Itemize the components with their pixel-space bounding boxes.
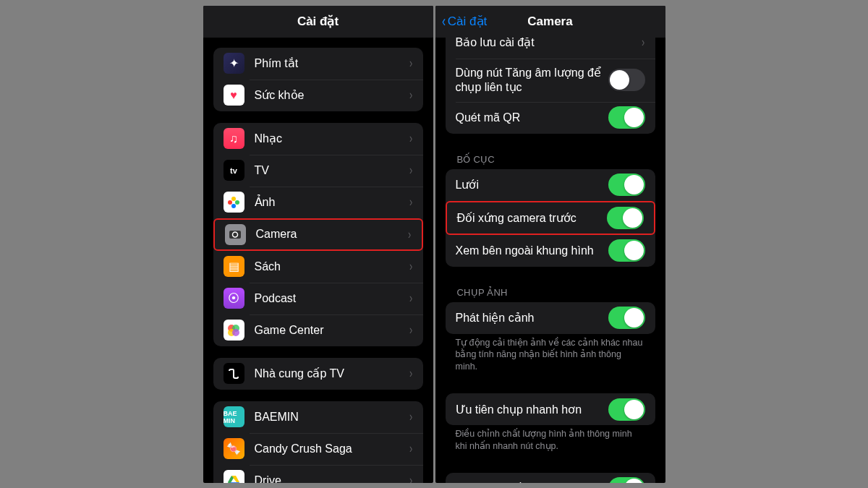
section-description: Tự động cải thiện ảnh về các cảnh khác n…	[435, 334, 665, 382]
row-label: Phát hiện cảnh	[456, 311, 608, 325]
settings-row-gamecenter[interactable]: Game Center›	[213, 314, 423, 346]
svg-point-0	[231, 197, 236, 201]
header-left: Cài đặt	[203, 6, 433, 38]
row-label: Hiệu chỉnh ống kính	[456, 481, 608, 482]
settings-group: BAE MINBAEMIN›🍬Candy Crush Saga›Drive›fF…	[213, 401, 423, 483]
shortcuts-icon: ✦	[224, 53, 244, 74]
settings-row-photos[interactable]: Ảnh›	[213, 187, 423, 218]
content-right[interactable]: Bảo lưu cài đặt›Dùng nút Tăng âm lượng đ…	[435, 38, 665, 483]
chevron-right-icon: ›	[409, 366, 412, 381]
setting-row[interactable]: Bảo lưu cài đặt›	[446, 38, 655, 59]
toggle-switch[interactable]	[608, 69, 645, 91]
chevron-right-icon: ›	[409, 259, 412, 274]
photos-icon	[224, 192, 244, 213]
settings-row-books[interactable]: ▤Sách›	[213, 251, 423, 283]
row-label: Lưới	[456, 178, 608, 192]
chevron-right-icon: ›	[409, 56, 412, 71]
setting-row[interactable]: Phát hiện cảnh	[446, 302, 655, 334]
row-label: Phím tắt	[255, 56, 409, 70]
toggle-switch[interactable]	[607, 207, 644, 229]
setting-row[interactable]: Đối xứng camera trước	[446, 201, 655, 235]
settings-row-music[interactable]: ♫Nhạc›	[213, 123, 423, 155]
toggle-switch[interactable]	[608, 307, 645, 329]
section-header: BỐ CỤC	[435, 150, 665, 169]
chevron-right-icon: ›	[409, 473, 412, 483]
toggle-switch[interactable]	[608, 174, 645, 196]
chevron-right-icon: ›	[407, 227, 410, 242]
row-label: Bảo lưu cài đặt	[456, 38, 641, 50]
row-label: Xem bên ngoài khung hình	[456, 244, 608, 257]
page-title: Cài đặt	[297, 14, 339, 29]
row-label: Podcast	[255, 292, 409, 305]
tv-icon: tv	[224, 160, 244, 181]
row-label: Game Center	[255, 324, 409, 337]
chevron-right-icon: ›	[409, 87, 412, 103]
chevron-right-icon: ›	[409, 291, 412, 306]
row-label: TV	[255, 164, 409, 177]
settings-group: Bảo lưu cài đặt›Dùng nút Tăng âm lượng đ…	[446, 38, 655, 134]
toggle-knob	[610, 70, 629, 90]
setting-row[interactable]: Hiệu chỉnh ống kính	[446, 473, 655, 483]
chevron-right-icon: ›	[409, 322, 412, 338]
row-label: Camera	[256, 228, 407, 241]
row-label: Dùng nút Tăng âm lượng để chụp liên tục	[456, 63, 608, 98]
candy-icon: 🍬	[224, 438, 244, 459]
settings-row-health[interactable]: ♥Sức khỏe›	[213, 80, 423, 111]
setting-row[interactable]: Xem bên ngoài khung hình	[446, 235, 655, 267]
gamecenter-icon	[224, 320, 244, 341]
settings-row-tv[interactable]: tvTV›	[213, 155, 423, 187]
settings-row-drive[interactable]: Drive›	[213, 465, 423, 483]
music-icon: ♫	[224, 128, 244, 149]
settings-screen-left: Cài đặt ✦Phím tắt›♥Sức khỏe›♫Nhạc›tvTV›Ả…	[203, 6, 433, 483]
content-left[interactable]: ✦Phím tắt›♥Sức khỏe›♫Nhạc›tvTV›Ảnh›Camer…	[203, 38, 433, 483]
settings-row-candy[interactable]: 🍬Candy Crush Saga›	[213, 433, 423, 465]
chevron-right-icon: ›	[409, 131, 412, 146]
settings-group: Nhà cung cấp TV›	[213, 358, 423, 390]
back-label: Cài đặt	[448, 14, 487, 29]
toggle-knob	[623, 208, 642, 228]
row-label: Ảnh	[255, 195, 409, 209]
settings-group: Hiệu chỉnh ống kính	[446, 473, 655, 483]
toggle-knob	[624, 479, 644, 482]
row-label: Nhạc	[255, 132, 409, 145]
setting-row[interactable]: Quét mã QR	[446, 102, 655, 134]
row-label: Candy Crush Saga	[255, 442, 409, 455]
books-icon: ▤	[224, 256, 244, 277]
setting-row[interactable]: Dùng nút Tăng âm lượng để chụp liên tục	[446, 59, 655, 102]
svg-point-9	[232, 329, 239, 336]
toggle-knob	[624, 175, 644, 194]
row-label: BAEMIN	[255, 411, 409, 424]
section-header: CHỤP ẢNH	[435, 283, 665, 302]
settings-row-tvprovider[interactable]: Nhà cung cấp TV›	[213, 358, 423, 390]
section-description: Điều chỉnh chất lượng hình ảnh thông min…	[435, 425, 665, 461]
camera-settings-screen-right: ‹ Cài đặt Camera Bảo lưu cài đặt›Dùng nú…	[435, 6, 665, 483]
setting-row[interactable]: Lưới	[446, 169, 655, 201]
toggle-switch[interactable]	[608, 106, 645, 129]
chevron-right-icon: ›	[641, 38, 644, 51]
toggle-switch[interactable]	[608, 477, 645, 482]
tvprovider-icon	[224, 363, 244, 384]
settings-group: ✦Phím tắt›♥Sức khỏe›	[213, 48, 423, 111]
setting-row[interactable]: Ưu tiên chụp nhanh hơn	[446, 393, 655, 425]
chevron-right-icon: ›	[409, 409, 412, 424]
svg-point-1	[235, 200, 239, 205]
page-title: Camera	[527, 14, 572, 29]
toggle-switch[interactable]	[608, 398, 645, 421]
drive-icon	[224, 470, 244, 483]
settings-group: Ưu tiên chụp nhanh hơn	[446, 393, 655, 425]
back-button[interactable]: ‹ Cài đặt	[441, 12, 488, 31]
settings-row-podcast[interactable]: ⦿Podcast›	[213, 283, 423, 314]
settings-group: LướiĐối xứng camera trướcXem bên ngoài k…	[446, 169, 655, 267]
settings-row-baemin[interactable]: BAE MINBAEMIN›	[213, 401, 423, 433]
row-label: Quét mã QR	[456, 111, 608, 124]
toggle-knob	[624, 108, 644, 127]
row-label: Sức khỏe	[255, 88, 409, 102]
toggle-knob	[624, 400, 644, 419]
svg-point-2	[231, 204, 236, 208]
settings-row-camera[interactable]: Camera›	[213, 218, 423, 251]
toggle-knob	[624, 308, 644, 328]
toggle-switch[interactable]	[608, 239, 645, 262]
row-label: Sách	[255, 260, 409, 273]
settings-row-shortcuts[interactable]: ✦Phím tắt›	[213, 48, 423, 80]
settings-group: ♫Nhạc›tvTV›Ảnh›Camera›▤Sách›⦿Podcast›Gam…	[213, 123, 423, 346]
